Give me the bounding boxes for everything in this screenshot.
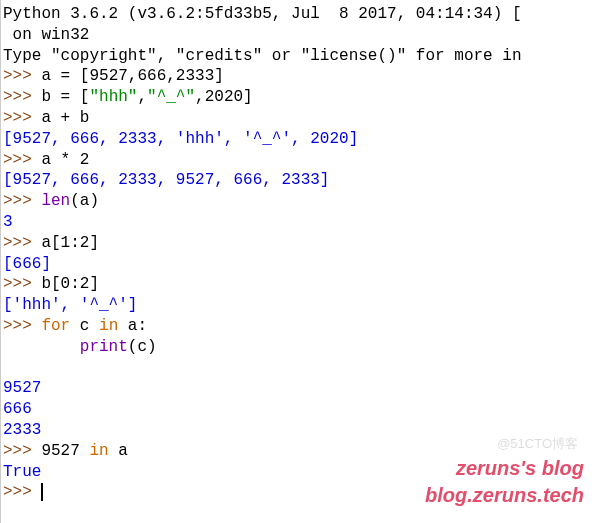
- output-plus: [9527, 666, 2333, 'hhh', '^_^', 2020]: [3, 129, 610, 150]
- input-slice-b: >>> b[0:2]: [3, 274, 610, 295]
- prompt: >>>: [3, 88, 41, 106]
- prompt: >>>: [3, 442, 41, 460]
- output-slice-b: ['hhh', '^_^']: [3, 295, 610, 316]
- prompt: >>>: [3, 275, 41, 293]
- prompt: >>>: [3, 67, 41, 85]
- input-plus: >>> a + b: [3, 108, 610, 129]
- prompt: >>>: [3, 317, 41, 335]
- output-loop-1: 9527: [3, 378, 610, 399]
- header-line-2: on win32: [3, 25, 610, 46]
- output-loop-2: 666: [3, 399, 610, 420]
- input-in-test: >>> 9527 in a: [3, 441, 610, 462]
- prompt: >>>: [3, 483, 41, 501]
- input-assign-b: >>> b = ["hhh","^_^",2020]: [3, 87, 610, 108]
- input-print: print(c): [3, 337, 610, 358]
- output-len: 3: [3, 212, 610, 233]
- header-line-3: Type "copyright", "credits" or "license(…: [3, 46, 610, 67]
- output-times: [9527, 666, 2333, 9527, 666, 2333]: [3, 170, 610, 191]
- input-len: >>> len(a): [3, 191, 610, 212]
- prompt: >>>: [3, 192, 41, 210]
- input-for: >>> for c in a:: [3, 316, 610, 337]
- output-loop-3: 2333: [3, 420, 610, 441]
- repl-input[interactable]: >>>: [3, 482, 610, 503]
- blank-line: [3, 358, 610, 379]
- cursor-icon: [41, 483, 43, 501]
- input-slice-a: >>> a[1:2]: [3, 233, 610, 254]
- input-assign-a: >>> a = [9527,666,2333]: [3, 66, 610, 87]
- output-in-test: True: [3, 462, 610, 483]
- prompt: >>>: [3, 109, 41, 127]
- prompt: >>>: [3, 151, 41, 169]
- output-slice-a: [666]: [3, 254, 610, 275]
- prompt: >>>: [3, 234, 41, 252]
- input-times: >>> a * 2: [3, 150, 610, 171]
- header-line-1: Python 3.6.2 (v3.6.2:5fd33b5, Jul 8 2017…: [3, 4, 610, 25]
